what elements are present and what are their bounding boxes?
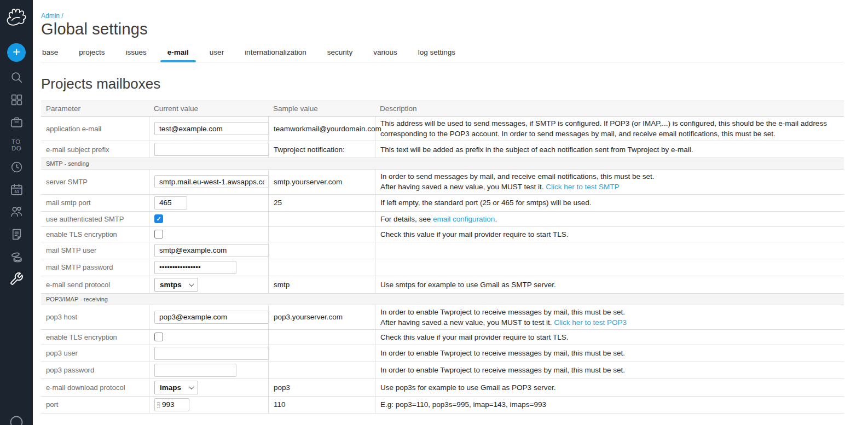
- mail-smtp-password-input[interactable]: [154, 261, 236, 274]
- description-text: E.g: pop3=110, pop3s=995, imap=143, imap…: [380, 400, 546, 409]
- description-cell: [375, 242, 844, 259]
- admin-tools-wrench-icon[interactable]: [9, 272, 24, 286]
- current-value-cell: [149, 227, 268, 242]
- mail-smtp-port-input[interactable]: [154, 196, 187, 209]
- e-mail-subject-prefix-input[interactable]: [154, 143, 269, 156]
- people-icon[interactable]: [9, 205, 24, 219]
- e-mail-download-protocol-select[interactable]: imaps: [154, 381, 198, 394]
- description-text: This address will be used to send messag…: [380, 119, 827, 138]
- sample-value: 110: [268, 397, 375, 413]
- sample-value: [268, 330, 375, 345]
- chevron-down-icon: [189, 281, 194, 287]
- description-link[interactable]: email configuration: [433, 215, 495, 223]
- description-text: After having saved a new value, you MUST…: [380, 183, 546, 191]
- description-cell: Check this value if your mail provider r…: [375, 330, 844, 345]
- description-cell: If left empty, the standard port (25 or …: [375, 195, 844, 211]
- param-label: mail SMTP password: [41, 259, 149, 276]
- tab-base[interactable]: base: [41, 45, 59, 62]
- sample-value: smtp: [268, 276, 375, 293]
- description-text: For details, see: [380, 215, 433, 223]
- time-clock-icon[interactable]: [9, 160, 24, 174]
- param-label: pop3 password: [41, 362, 149, 379]
- main-content: Admin / Global settings baseprojectsissu…: [33, 0, 868, 425]
- description-line: This address will be used to send messag…: [380, 118, 839, 139]
- description-text: Check this value if your mail provider r…: [380, 333, 568, 341]
- enable-tls-encryption-checkbox[interactable]: [154, 333, 163, 341]
- sample-value: [268, 345, 375, 362]
- e-mail-send-protocol-select[interactable]: smtps: [154, 278, 198, 292]
- description-text: .: [495, 215, 497, 223]
- help-icon[interactable]: [9, 415, 24, 425]
- table-row: enable TLS encryptionCheck this value if…: [41, 330, 844, 345]
- param-label: pop3 host: [41, 305, 149, 329]
- todo-icon[interactable]: TO DO: [11, 138, 21, 152]
- param-label: mail SMTP user: [41, 242, 149, 259]
- param-label: port: [41, 397, 149, 413]
- breadcrumb[interactable]: Admin /: [41, 12, 844, 20]
- description-line: In order to enable Twproject to receive …: [380, 307, 839, 317]
- description-line: This text will be added as prefix in the…: [380, 144, 839, 155]
- param-label: mail smtp port: [41, 195, 149, 211]
- documents-icon[interactable]: [9, 227, 24, 241]
- tab-security[interactable]: security: [326, 45, 354, 62]
- tab-e-mail[interactable]: e-mail: [166, 45, 190, 62]
- search-icon[interactable]: [9, 70, 24, 84]
- description-cell: This address will be used to send messag…: [375, 117, 844, 141]
- table-row: mail SMTP password: [41, 259, 844, 276]
- description-line: Use smtps for example to use Gmail as SM…: [380, 280, 839, 290]
- port-input[interactable]: [154, 398, 189, 411]
- use-authenticated-smtp-checkbox[interactable]: ✓: [154, 214, 163, 223]
- param-label: e-mail download protocol: [41, 379, 149, 396]
- description-cell: In order to enable Twproject to receive …: [375, 345, 844, 362]
- param-label: server SMTP: [41, 170, 149, 194]
- table-row: mail smtp port25If left empty, the stand…: [41, 195, 844, 212]
- pop3-host-input[interactable]: [154, 311, 269, 324]
- description-cell: In order to enable Twproject to receive …: [375, 362, 844, 379]
- application-e-mail-input[interactable]: [154, 122, 269, 135]
- description-cell: Use pop3s for example to use Gmail as PO…: [375, 379, 844, 396]
- calendar-icon[interactable]: 31: [9, 182, 24, 196]
- enable-tls-encryption-checkbox[interactable]: [154, 230, 163, 238]
- current-value-cell: [149, 362, 268, 379]
- description-link[interactable]: Click her to test POP3: [554, 318, 627, 327]
- pop3-password-input[interactable]: [154, 364, 236, 377]
- param-label: e-mail subject prefix: [41, 141, 149, 158]
- sample-value: [268, 227, 375, 242]
- description-text: This text will be added as prefix in the…: [380, 145, 693, 154]
- add-button[interactable]: +: [7, 43, 26, 62]
- tab-internationalization[interactable]: internationalization: [244, 45, 308, 62]
- table-row: server SMTPsmtp.yourserver.comIn order t…: [41, 170, 844, 194]
- mail-smtp-user-input[interactable]: [154, 244, 269, 257]
- param-label: enable TLS encryption: [41, 227, 149, 242]
- description-line: In order to enable Twproject to receive …: [380, 348, 839, 358]
- server-smtp-input[interactable]: [154, 175, 269, 188]
- current-value-cell: [149, 305, 268, 329]
- current-value-cell: [149, 345, 268, 362]
- description-link[interactable]: Click her to test SMTP: [546, 183, 619, 191]
- description-text: In order to enable Twproject to receive …: [380, 308, 625, 316]
- column-header: Description: [375, 101, 844, 116]
- sidebar: + TO DO 31: [0, 0, 33, 425]
- description-line: E.g: pop3=110, pop3s=995, imap=143, imap…: [380, 399, 839, 410]
- tab-log-settings[interactable]: log settings: [417, 45, 456, 62]
- port-number-field: 123: [154, 398, 263, 411]
- tab-various[interactable]: various: [372, 45, 398, 62]
- settings-table: Parameter Current value Sample value Des…: [41, 101, 844, 414]
- pop3-user-input[interactable]: [154, 347, 269, 360]
- column-header: Current value: [149, 101, 268, 116]
- tab-user[interactable]: user: [209, 45, 225, 62]
- projects-briefcase-icon[interactable]: [9, 115, 24, 129]
- tab-projects[interactable]: projects: [78, 45, 106, 62]
- costs-coins-icon[interactable]: [9, 249, 24, 264]
- twproject-logo-icon[interactable]: [5, 4, 28, 30]
- table-row: pop3 hostpop3.yourserver.comIn order to …: [41, 305, 844, 330]
- description-line: In order to send messages by mail, and r…: [380, 171, 839, 182]
- current-value-cell: [149, 242, 268, 259]
- dashboard-icon[interactable]: [9, 92, 24, 107]
- description-text: In order to send messages by mail, and r…: [380, 172, 655, 181]
- tab-issues[interactable]: issues: [125, 45, 148, 62]
- table-row: e-mail subject prefixTwproject notificat…: [41, 141, 844, 158]
- description-line: In order to enable Twproject to receive …: [380, 365, 839, 375]
- current-value-cell: [149, 330, 268, 345]
- description-text: If left empty, the standard port (25 or …: [380, 199, 591, 207]
